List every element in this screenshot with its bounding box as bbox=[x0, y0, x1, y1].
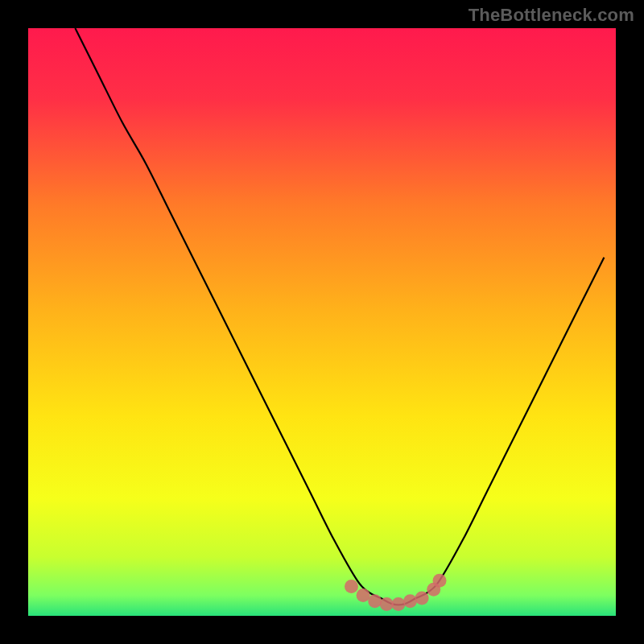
optimal-marker bbox=[391, 597, 405, 611]
optimal-marker bbox=[433, 574, 447, 588]
optimal-marker bbox=[368, 594, 382, 608]
curve-layer bbox=[28, 28, 616, 616]
optimal-marker bbox=[357, 588, 370, 602]
optimal-marker bbox=[415, 592, 429, 605]
optimal-zone-markers bbox=[345, 574, 447, 611]
optimal-marker bbox=[403, 594, 417, 608]
optimal-marker bbox=[380, 597, 394, 611]
optimal-marker bbox=[345, 580, 358, 593]
chart-frame: TheBottleneck.com bbox=[0, 0, 644, 644]
watermark-label: TheBottleneck.com bbox=[469, 5, 634, 26]
bottleneck-curve-path bbox=[75, 28, 604, 605]
plot-area bbox=[28, 28, 616, 616]
